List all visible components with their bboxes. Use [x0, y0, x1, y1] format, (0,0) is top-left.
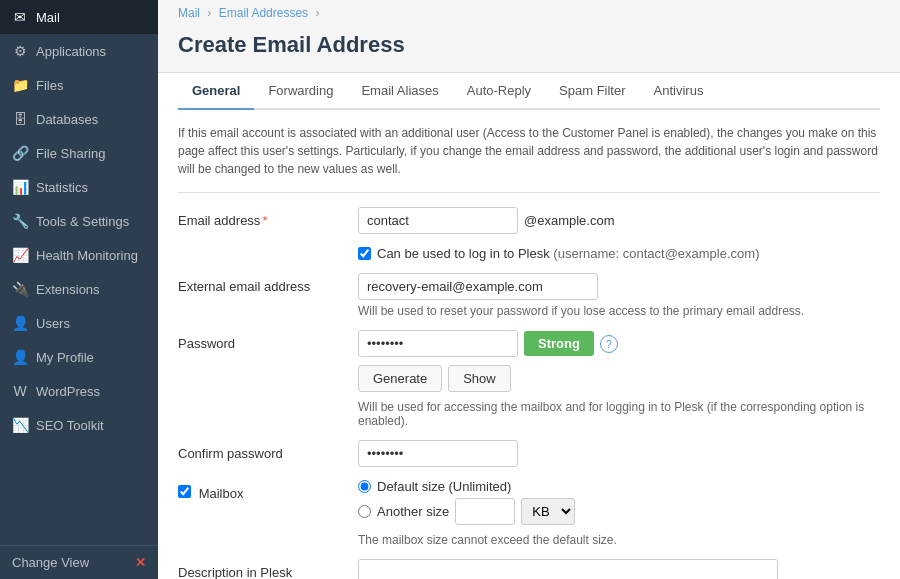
tab-antivirus[interactable]: Antivirus — [640, 73, 718, 110]
external-email-input[interactable] — [358, 273, 598, 300]
breadcrumb-separator2: › — [315, 6, 319, 20]
sidebar: ✉ Mail ⚙ Applications 📁 Files 🗄 Database… — [0, 0, 158, 579]
mailbox-radio-group: Default size (Unlimited) Another size KB… — [358, 479, 880, 525]
statistics-icon: 📊 — [12, 179, 28, 195]
confirm-password-input[interactable] — [358, 440, 518, 467]
sidebar-item-applications[interactable]: ⚙ Applications — [0, 34, 158, 68]
content-area: General Forwarding Email Aliases Auto-Re… — [158, 73, 900, 579]
mail-icon: ✉ — [12, 9, 28, 25]
breadcrumb-mail[interactable]: Mail — [178, 6, 200, 20]
password-buttons: Generate Show — [358, 365, 880, 392]
mailbox-row: Mailbox Default size (Unlimited) Another… — [178, 479, 880, 547]
mailbox-size-input[interactable] — [455, 498, 515, 525]
login-checkbox[interactable] — [358, 247, 371, 260]
mailbox-another-label: Another size — [377, 504, 449, 519]
change-view-close[interactable]: ✕ — [135, 555, 146, 570]
confirm-password-label: Confirm password — [178, 440, 358, 461]
password-controls: Strong ? Generate Show Will be used for … — [358, 330, 880, 428]
sidebar-item-health-monitoring[interactable]: 📈 Health Monitoring — [0, 238, 158, 272]
divider — [178, 192, 880, 193]
show-button[interactable]: Show — [448, 365, 511, 392]
seo-icon: 📉 — [12, 417, 28, 433]
description-textarea[interactable] — [358, 559, 778, 579]
external-email-row: External email address Will be used to r… — [178, 273, 880, 318]
sidebar-item-my-profile[interactable]: 👤 My Profile — [0, 340, 158, 374]
tab-spam-filter[interactable]: Spam Filter — [545, 73, 639, 110]
tab-forwarding[interactable]: Forwarding — [254, 73, 347, 110]
description-row: Description in Plesk The description is … — [178, 559, 880, 579]
email-inline: @example.com — [358, 207, 880, 234]
sidebar-item-file-sharing[interactable]: 🔗 File Sharing — [0, 136, 158, 170]
mailbox-another-row: Another size KB MB GB — [358, 498, 880, 525]
email-address-row: Email address* @example.com — [178, 207, 880, 234]
password-strength-badge: Strong — [524, 331, 594, 356]
mailbox-controls: Default size (Unlimited) Another size KB… — [358, 479, 880, 547]
sidebar-item-mail[interactable]: ✉ Mail — [0, 0, 158, 34]
password-row: Password Strong ? Generate Show Will be … — [178, 330, 880, 428]
email-label: Email address* — [178, 207, 358, 228]
password-input[interactable] — [358, 330, 518, 357]
mailbox-unit-select[interactable]: KB MB GB — [521, 498, 575, 525]
users-icon: 👤 — [12, 315, 28, 331]
files-icon: 📁 — [12, 77, 28, 93]
password-label: Password — [178, 330, 358, 351]
mailbox-default-label: Default size (Unlimited) — [377, 479, 511, 494]
sidebar-item-users[interactable]: 👤 Users — [0, 306, 158, 340]
mailbox-default-radio[interactable] — [358, 480, 371, 493]
info-notice: If this email account is associated with… — [178, 124, 880, 178]
mailbox-default-row: Default size (Unlimited) — [358, 479, 880, 494]
password-help-icon[interactable]: ? — [600, 335, 618, 353]
sidebar-bottom: Change View ✕ — [0, 545, 158, 579]
mailbox-note: The mailbox size cannot exceed the defau… — [358, 533, 880, 547]
change-view-label[interactable]: Change View — [12, 555, 89, 570]
sidebar-item-statistics[interactable]: 📊 Statistics — [0, 170, 158, 204]
tab-email-aliases[interactable]: Email Aliases — [347, 73, 452, 110]
description-controls: The description is visible to everyone w… — [358, 559, 880, 579]
confirm-password-controls — [358, 440, 880, 467]
extensions-icon: 🔌 — [12, 281, 28, 297]
sidebar-item-tools-settings[interactable]: 🔧 Tools & Settings — [0, 204, 158, 238]
main-content: Mail › Email Addresses › Create Email Ad… — [158, 0, 900, 579]
tab-bar: General Forwarding Email Aliases Auto-Re… — [178, 73, 880, 110]
wordpress-icon: W — [12, 383, 28, 399]
email-controls: @example.com — [358, 207, 880, 234]
external-email-label: External email address — [178, 273, 358, 294]
page-title: Create Email Address — [158, 26, 900, 73]
sidebar-item-seo-toolkit[interactable]: 📉 SEO Toolkit — [0, 408, 158, 442]
mailbox-label-text: Mailbox — [199, 486, 244, 501]
login-username-note: (username: contact@example.com) — [553, 246, 759, 261]
login-checkbox-row: Can be used to log in to Plesk (username… — [178, 246, 880, 261]
profile-icon: 👤 — [12, 349, 28, 365]
password-hint: Will be used for accessing the mailbox a… — [358, 400, 880, 428]
required-star: * — [262, 213, 267, 228]
login-checkbox-label: Can be used to log in to Plesk (username… — [377, 246, 759, 261]
change-view-row: Change View ✕ — [0, 546, 158, 579]
mailbox-another-radio[interactable] — [358, 505, 371, 518]
tab-auto-reply[interactable]: Auto-Reply — [453, 73, 545, 110]
sidebar-item-files[interactable]: 📁 Files — [0, 68, 158, 102]
file-sharing-icon: 🔗 — [12, 145, 28, 161]
breadcrumb-separator: › — [207, 6, 214, 20]
health-icon: 📈 — [12, 247, 28, 263]
tab-general[interactable]: General — [178, 73, 254, 110]
external-email-controls: Will be used to reset your password if y… — [358, 273, 880, 318]
mailbox-checkbox[interactable] — [178, 485, 191, 498]
sidebar-item-extensions[interactable]: 🔌 Extensions — [0, 272, 158, 306]
mailbox-label: Mailbox — [178, 479, 358, 501]
confirm-password-row: Confirm password — [178, 440, 880, 467]
applications-icon: ⚙ — [12, 43, 28, 59]
email-input[interactable] — [358, 207, 518, 234]
password-inline: Strong ? — [358, 330, 880, 357]
external-email-hint: Will be used to reset your password if y… — [358, 304, 880, 318]
email-domain: @example.com — [524, 213, 615, 228]
sidebar-item-databases[interactable]: 🗄 Databases — [0, 102, 158, 136]
generate-button[interactable]: Generate — [358, 365, 442, 392]
breadcrumb-email-addresses[interactable]: Email Addresses — [219, 6, 308, 20]
tools-icon: 🔧 — [12, 213, 28, 229]
sidebar-item-wordpress[interactable]: W WordPress — [0, 374, 158, 408]
breadcrumb: Mail › Email Addresses › — [158, 0, 900, 26]
databases-icon: 🗄 — [12, 111, 28, 127]
description-label: Description in Plesk — [178, 559, 358, 579]
